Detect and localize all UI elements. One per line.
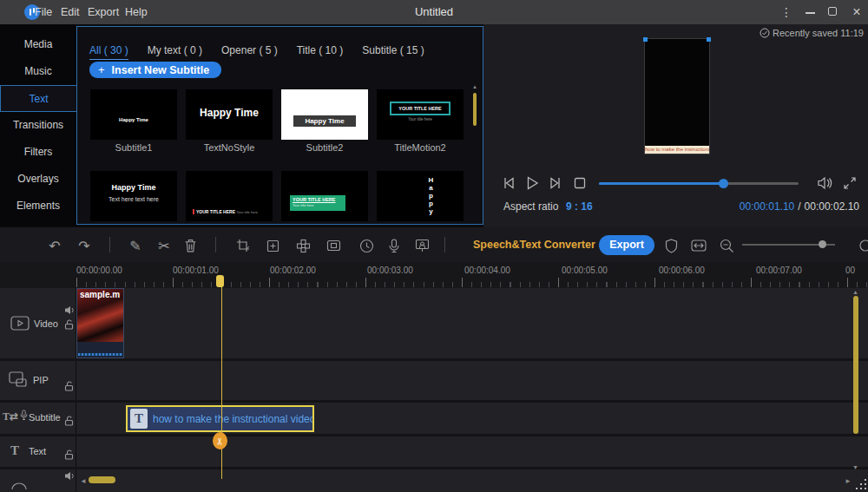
undo-button[interactable]: ↶ (45, 236, 64, 255)
hscroll-right-arrow[interactable]: ► (845, 477, 852, 485)
next-frame-button[interactable] (546, 174, 565, 193)
more-options-icon[interactable]: ⋮ (779, 0, 793, 24)
tab-all[interactable]: All ( 30 ) (89, 44, 128, 60)
crop-button[interactable] (233, 236, 253, 255)
insert-new-subtitle-button[interactable]: +Insert New Subtitle (89, 62, 221, 78)
template-card[interactable]: YOUR TITLE HERE Your title here TitleMot… (377, 89, 464, 153)
presenter-icon (415, 239, 430, 253)
titlebar: File Edit Export Help Untitled ⋮ × (0, 0, 868, 24)
scissors-icon: ✂ (158, 238, 169, 254)
template-card[interactable]: YOUR TITLE HERE Your title here (186, 171, 273, 221)
preview-progress-slider[interactable] (599, 182, 799, 185)
audio-track-icon (10, 482, 28, 490)
lock-track-button[interactable] (64, 449, 74, 460)
voiceover-button[interactable] (385, 236, 404, 255)
close-button[interactable]: × (849, 0, 865, 24)
duration-button[interactable] (357, 236, 376, 255)
hscroll-left-arrow[interactable]: ◄ (80, 477, 87, 485)
mute-track-button[interactable] (64, 471, 75, 481)
fit-timeline-button[interactable] (689, 236, 708, 255)
template-card[interactable]: Happy Time Subtitle2 (281, 89, 368, 153)
sidebar-item-text[interactable]: Text (0, 85, 76, 112)
ruler-label: 00:00:04.00 (464, 266, 510, 275)
ruler-label: 00:00:06.00 (659, 266, 705, 275)
horizontal-scrollbar-thumb[interactable] (89, 476, 115, 483)
panel-scroll-up-icon[interactable]: ▲ (472, 84, 477, 89)
zoom-out-button[interactable] (717, 236, 736, 255)
video-clip[interactable]: sample.m (76, 288, 124, 358)
template-card[interactable]: YOUR TITLE HEREYour title here (281, 171, 368, 221)
timeline-zoom-slider[interactable] (742, 244, 835, 246)
fullscreen-button[interactable] (840, 174, 859, 193)
play-button[interactable] (523, 174, 542, 193)
mosaic-button[interactable] (293, 236, 312, 255)
current-time: 00:00:01.10 (740, 200, 794, 213)
tab-my-text[interactable]: My text ( 0 ) (148, 44, 202, 60)
subtitle-clip[interactable]: T how to make the instructional video (126, 405, 314, 432)
progress-fill (599, 182, 723, 185)
speech-text-converter-button[interactable]: Speech&Text Converter (473, 239, 595, 251)
panel-scrollbar-thumb[interactable] (473, 93, 477, 126)
previous-frame-button[interactable] (499, 174, 518, 193)
zoom-in-icon (858, 239, 868, 253)
cut-button[interactable]: ✂ (155, 236, 174, 255)
lock-track-button[interactable] (64, 319, 74, 330)
watermark-button[interactable] (661, 236, 681, 255)
save-status: Recently saved 11:19 (760, 28, 864, 38)
video-track-icon (10, 316, 30, 331)
volume-button[interactable] (815, 174, 834, 193)
split-scissors-badge[interactable]: ✂ (213, 432, 227, 449)
subtitle-clip-text: how to make the instructional video (153, 413, 314, 425)
check-circle-icon (760, 28, 770, 38)
aspect-ratio-value[interactable]: 9 : 16 (566, 200, 593, 213)
template-card[interactable]: Happy (377, 171, 464, 221)
track-header-text: T Text (0, 436, 76, 467)
timeline-ruler[interactable]: 00:00:00.00 00:00:01.00 00:00:02.00 00:0… (0, 262, 868, 288)
minimize-button[interactable] (802, 0, 818, 24)
toolbar: ↶ ↷ ✎ ✂ Speech&Text Converter (0, 227, 868, 262)
ruler-label: 00:00:03.00 (367, 266, 413, 275)
subtitle-overlay[interactable]: how to make the instructional video (645, 146, 709, 154)
preview-frame[interactable]: how to make the instructional video (644, 38, 710, 154)
sidebar-item-overlays[interactable]: Overlays (0, 166, 76, 193)
scissors-icon: ✂ (214, 436, 226, 444)
edit-button[interactable]: ✎ (126, 236, 145, 255)
template-thumbnail: Happy Time Text here text here (90, 171, 177, 221)
sidebar-item-elements[interactable]: Elements (0, 193, 76, 220)
screen-record-button[interactable] (412, 236, 431, 255)
sidebar-item-media[interactable]: Media (0, 31, 76, 58)
mute-track-button[interactable] (64, 305, 75, 315)
template-card[interactable]: Happy Time TextNoStyle (186, 89, 273, 153)
vscroll-down-arrow[interactable]: ▼ (852, 464, 858, 470)
sidebar-item-filters[interactable]: Filters (0, 139, 76, 166)
microphone-icon (388, 239, 400, 253)
zoom-in-button[interactable] (856, 236, 868, 255)
template-card[interactable]: Happy Time Text here text here (90, 171, 177, 221)
stop-button[interactable] (570, 174, 589, 193)
playhead[interactable] (216, 275, 224, 287)
redo-button[interactable]: ↷ (75, 236, 94, 255)
export-button[interactable]: Export (599, 235, 654, 255)
maximize-button[interactable] (825, 0, 840, 24)
delete-button[interactable] (181, 236, 200, 255)
tab-subtitle[interactable]: Subtitle ( 15 ) (362, 44, 424, 60)
tab-opener[interactable]: Opener ( 5 ) (221, 44, 278, 60)
template-card[interactable]: Happy Time Subtitle1 (90, 89, 177, 153)
sidebar-item-transitions[interactable]: Transitions (0, 112, 76, 139)
resize-grip[interactable] (856, 479, 867, 491)
tab-title[interactable]: Title ( 10 ) (297, 44, 344, 60)
selection-handle-top-right[interactable] (707, 37, 711, 42)
zoom-out-icon (720, 239, 734, 253)
vertical-scrollbar-thumb[interactable] (853, 296, 858, 434)
lock-track-button[interactable] (64, 381, 74, 391)
lock-track-button[interactable] (64, 416, 74, 426)
vscroll-up-arrow[interactable]: ▲ (852, 289, 858, 295)
progress-handle[interactable] (719, 179, 728, 188)
template-thumbnail: YOUR TITLE HERE Your title here (377, 89, 464, 140)
freeze-frame-button[interactable] (324, 236, 343, 255)
clock-icon (359, 239, 374, 253)
sidebar-item-music[interactable]: Music (0, 58, 76, 85)
zoom-frame-button[interactable] (263, 236, 282, 255)
timeline-zoom-handle[interactable] (819, 240, 826, 248)
selection-handle-top-left[interactable] (643, 37, 648, 42)
